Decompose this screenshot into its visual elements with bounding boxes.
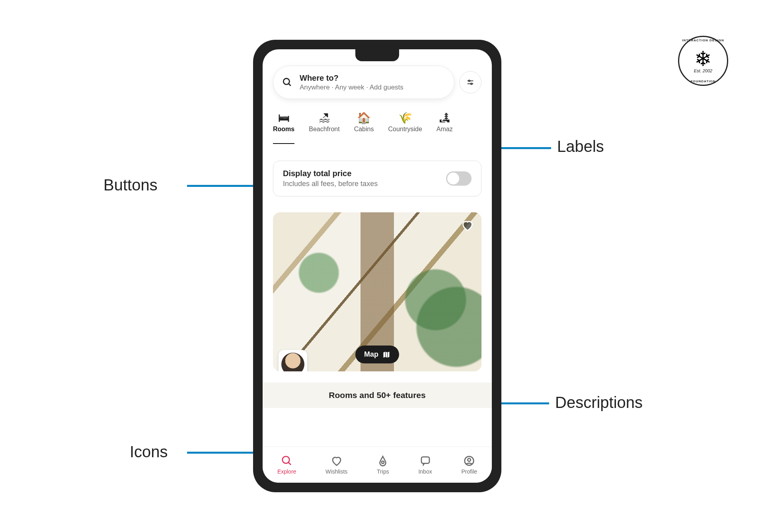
heart-icon <box>461 219 474 232</box>
explore-icon <box>281 455 293 467</box>
filter-icon <box>466 78 475 87</box>
nav-label: Explore <box>277 468 296 475</box>
nav-inbox[interactable]: Inbox <box>418 455 432 475</box>
nav-profile[interactable]: Profile <box>461 455 477 475</box>
price-toggle-card: Display total price Includes all fees, b… <box>273 161 481 196</box>
map-icon <box>382 351 390 359</box>
beachfront-icon: 🏖 <box>318 112 331 123</box>
category-label: Cabins <box>354 126 374 133</box>
org-logo: INTERACTION DESIGN ❄︎ Est. 2002 FOUNDATI… <box>678 36 728 86</box>
svg-point-11 <box>468 458 471 462</box>
svg-point-8 <box>382 461 384 464</box>
rooms-icon: 🛏 <box>277 112 290 123</box>
category-label: Countryside <box>388 126 422 133</box>
tree-icon: ❄︎ <box>694 49 712 69</box>
org-logo-top: INTERACTION DESIGN <box>679 39 727 42</box>
category-label: Rooms <box>273 126 294 133</box>
svg-point-6 <box>282 456 289 464</box>
svg-line-1 <box>288 83 290 85</box>
price-subtitle: Includes all fees, before taxes <box>283 180 446 188</box>
nav-label: Wishlists <box>325 468 347 475</box>
price-toggle[interactable] <box>446 171 472 186</box>
map-label: Map <box>364 350 378 359</box>
host-avatar-bubble[interactable] <box>279 350 307 371</box>
category-amazing[interactable]: 🏞 Amaz <box>437 112 453 144</box>
chat-icon <box>419 455 431 467</box>
phone-frame: Where to? Anywhere · Any week · Add gues… <box>253 40 501 492</box>
search-bar[interactable]: Where to? Anywhere · Any week · Add gues… <box>273 66 454 99</box>
svg-point-3 <box>468 80 470 82</box>
category-countryside[interactable]: 🌾 Countryside <box>388 112 422 144</box>
cabins-icon: 🏠 <box>357 112 371 123</box>
svg-rect-9 <box>421 457 429 463</box>
nav-wishlists[interactable]: Wishlists <box>325 455 347 475</box>
category-beachfront[interactable]: 🏖 Beachfront <box>309 112 339 144</box>
nav-trips[interactable]: Trips <box>377 455 389 475</box>
search-text: Where to? Anywhere · Any week · Add gues… <box>300 74 403 91</box>
nav-explore[interactable]: Explore <box>277 455 296 475</box>
category-label: Amaz <box>437 126 453 133</box>
host-avatar <box>281 353 304 371</box>
countryside-icon: 🌾 <box>398 112 412 123</box>
logo-icon <box>377 455 389 467</box>
annotation-buttons: Buttons <box>103 176 158 194</box>
search-title: Where to? <box>300 74 403 83</box>
search-strip: Where to? Anywhere · Any week · Add gues… <box>273 65 481 99</box>
search-icon <box>282 77 292 87</box>
heart-outline-icon <box>331 455 343 467</box>
annotation-icons: Icons <box>130 443 168 461</box>
nav-label: Profile <box>461 468 477 475</box>
category-tabs: 🛏 Rooms 🏖 Beachfront 🏠 Cabins 🌾 Countrys… <box>273 112 492 144</box>
listing-card[interactable]: Map <box>273 212 481 371</box>
wishlist-heart[interactable] <box>461 219 474 234</box>
org-logo-bottom: FOUNDATION <box>679 80 727 83</box>
org-est: Est. 2002 <box>694 68 712 73</box>
nav-label: Trips <box>377 468 389 475</box>
toggle-knob <box>447 173 459 184</box>
filter-button[interactable] <box>459 71 481 93</box>
map-button[interactable]: Map <box>355 346 399 363</box>
category-label: Beachfront <box>309 126 339 133</box>
features-banner[interactable]: Rooms and 50+ features <box>263 382 492 408</box>
banner-text: Rooms and 50+ features <box>329 390 425 400</box>
category-rooms[interactable]: 🛏 Rooms <box>273 112 294 144</box>
category-cabins[interactable]: 🏠 Cabins <box>354 112 374 144</box>
svg-point-5 <box>471 83 472 85</box>
phone-notch <box>355 49 399 61</box>
bottom-nav: Explore Wishlists Trips Inbox Profile <box>263 447 492 483</box>
svg-point-0 <box>283 78 289 84</box>
diagram-stage: INTERACTION DESIGN ❄︎ Est. 2002 FOUNDATI… <box>0 0 764 532</box>
price-title: Display total price <box>283 169 446 178</box>
profile-icon <box>463 455 475 467</box>
annotation-labels: Labels <box>557 138 604 155</box>
nav-label: Inbox <box>418 468 432 475</box>
amazing-icon: 🏞 <box>438 112 451 123</box>
phone-screen: Where to? Anywhere · Any week · Add gues… <box>263 49 492 483</box>
search-subtitle: Anywhere · Any week · Add guests <box>300 83 403 91</box>
svg-line-7 <box>288 462 290 465</box>
annotation-descriptions: Descriptions <box>555 394 643 412</box>
